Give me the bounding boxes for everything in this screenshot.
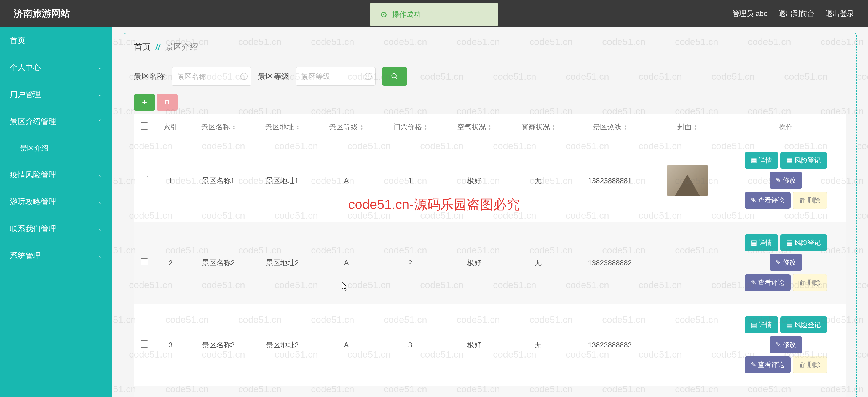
sidebar-item[interactable]: 个人中心⌄ [0,54,113,81]
cell-fog: 无 [506,386,570,397]
filter-level-input[interactable] [296,67,376,86]
sidebar-subitem[interactable]: 景区介绍 [0,135,113,161]
cell-price: 4 [378,386,442,397]
row-checkbox[interactable] [141,258,148,266]
sidebar-item-label: 个人中心 [10,62,41,73]
col-ops: 操作 [725,114,846,140]
sidebar-item-label: 景区介绍管理 [10,116,56,127]
admin-label[interactable]: 管理员 abo [732,9,768,19]
filter-name-input[interactable] [172,67,251,86]
delete-button[interactable]: 🗑 删除 [793,192,827,209]
edit-button[interactable]: ✎ 修改 [770,172,802,189]
doc-icon: ▤ [786,321,793,329]
col-fog[interactable]: 雾霾状况▲▼ [506,114,570,140]
doc-icon: ▤ [786,157,793,164]
back-to-front[interactable]: 退出到前台 [779,9,814,19]
bulk-delete-button[interactable] [157,94,178,111]
toast-message: 操作成功 [392,10,421,19]
success-toast: 操作成功 [370,3,498,26]
detail-button[interactable]: ▤ 详情 [745,234,778,251]
comments-button[interactable]: ✎ 查看评论 [745,357,790,373]
logout-link[interactable]: 退出登录 [826,9,854,19]
comments-button[interactable]: ✎ 查看评论 [745,274,790,291]
cell-level: A [314,222,378,304]
row-checkbox[interactable] [141,340,148,348]
col-level[interactable]: 景区等级▲▼ [314,114,378,140]
cell-name: 景区名称1 [186,140,250,222]
cell-air: 极好 [442,222,506,304]
chevron-icon: ⌄ [98,91,102,98]
risk-button[interactable]: ▤ 风险登记 [780,152,827,169]
sidebar-item[interactable]: 游玩攻略管理⌄ [0,188,113,215]
cell-cover [650,222,725,304]
detail-button[interactable]: ▤ 详情 [745,152,778,169]
col-hotline[interactable]: 景区热线▲▼ [570,114,650,140]
doc-icon: ▤ [751,157,757,164]
risk-button[interactable]: ▤ 风险登记 [780,316,827,333]
cell-address: 景区地址3 [250,304,314,386]
sidebar-item-label: 联系我们管理 [10,223,56,234]
cell-address: 景区地址1 [250,140,314,222]
cell-name: 景区名称2 [186,222,250,304]
cell-index: 2 [154,222,186,304]
sidebar-item-label: 景区介绍 [20,143,49,153]
sidebar-item-label: 系统管理 [10,251,41,261]
doc-icon: ▤ [786,239,793,246]
cell-name: 景区名称3 [186,304,250,386]
row-checkbox[interactable] [141,176,148,183]
breadcrumb-root[interactable]: 首页 [134,42,151,51]
chevron-icon: ⌄ [98,198,102,205]
search-button[interactable] [382,67,407,86]
sidebar-item-label: 首页 [10,35,25,46]
delete-button[interactable]: 🗑 删除 [793,274,827,291]
cell-cover [650,140,725,222]
delete-button[interactable]: 🗑 删除 [793,356,827,373]
trash-icon [164,99,170,105]
cell-hotline: 13823888884 [570,386,650,397]
edit-icon: ✎ [751,279,756,286]
edit-button[interactable]: ✎ 修改 [770,336,802,353]
cell-air: 极好 [442,140,506,222]
cell-fog: 无 [506,222,570,304]
col-air[interactable]: 空气状况▲▼ [442,114,506,140]
cell-hotline: 13823888882 [570,222,650,304]
sidebar-item[interactable]: 用户管理⌄ [0,81,113,108]
sidebar-item-label: 游玩攻略管理 [10,196,56,207]
detail-button[interactable]: ▤ 详情 [745,316,778,333]
select-all-checkbox[interactable] [141,122,148,129]
comments-button[interactable]: ✎ 查看评论 [745,192,790,209]
data-table: 索引 景区名称▲▼ 景区地址▲▼ 景区等级▲▼ 门票价格▲▼ 空气状况▲▼ 雾霾… [134,114,846,397]
risk-button[interactable]: ▤ 风险登记 [780,234,827,251]
col-price[interactable]: 门票价格▲▼ [378,114,442,140]
sidebar-item[interactable]: 景区介绍管理⌃ [0,108,113,135]
filter-bar: 景区名称 景区等级 [134,67,846,86]
col-name[interactable]: 景区名称▲▼ [186,114,250,140]
cover-thumb[interactable] [667,165,708,196]
cell-fog: 无 [506,304,570,386]
cell-ops: ▤ 详情▤ 风险登记✎ 修改✎ 查看评论🗑 删除 [725,386,846,397]
table-row: 1景区名称1景区地址1A1极好无13823888881▤ 详情▤ 风险登记✎ 修… [134,140,846,222]
table-row: 3景区名称3景区地址3A3极好无13823888883▤ 详情▤ 风险登记✎ 修… [134,304,846,386]
cell-hotline: 13823888881 [570,140,650,222]
col-cover[interactable]: 封面▲▼ [650,114,725,140]
edit-button[interactable]: ✎ 修改 [770,254,802,271]
doc-icon: ▤ [751,321,757,329]
edit-icon: ✎ [751,361,756,369]
filter-level-label: 景区等级 [258,71,289,82]
cell-ops: ▤ 详情▤ 风险登记✎ 修改✎ 查看评论🗑 删除 [725,304,846,386]
svg-point-0 [392,73,396,78]
sidebar-item[interactable]: 系统管理⌄ [0,242,113,269]
sidebar-item[interactable]: 首页 [0,27,113,54]
sidebar-item-label: 疫情风险管理 [10,170,56,180]
add-button[interactable]: + [134,94,155,111]
breadcrumb: 首页 // 景区介绍 [134,41,846,61]
edit-icon: ✎ [776,341,781,348]
sidebar-item[interactable]: 疫情风险管理⌄ [0,161,113,188]
cell-air: 极好 [442,304,506,386]
cell-air: 极好 [442,386,506,397]
sidebar-item[interactable]: 联系我们管理⌄ [0,215,113,242]
table-row: 4景区名称4景区地址4A4极好无13823888884▤ 详情▤ 风险登记✎ 修… [134,386,846,397]
col-address[interactable]: 景区地址▲▼ [250,114,314,140]
cell-cover [650,386,725,397]
col-index[interactable]: 索引 [154,114,186,140]
